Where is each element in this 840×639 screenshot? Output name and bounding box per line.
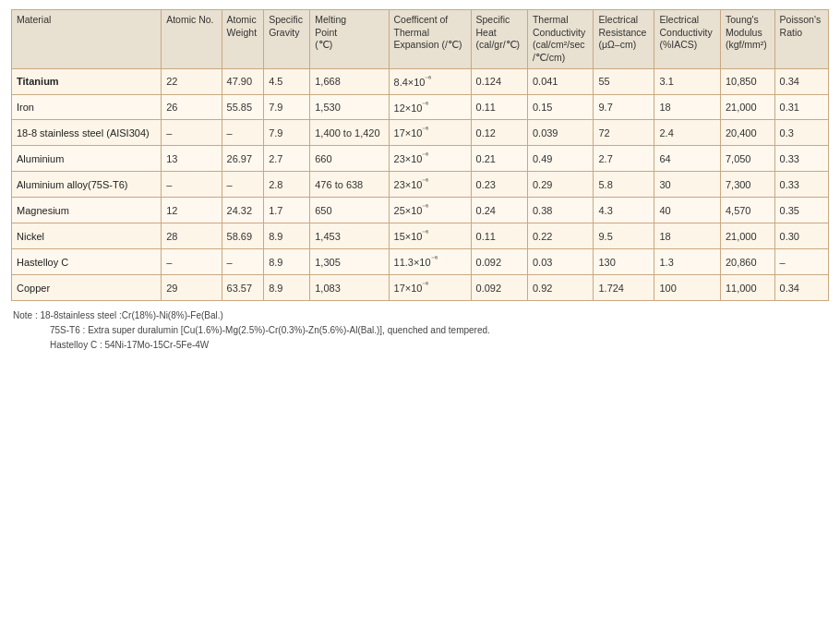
cell-material: Magnesium: [12, 198, 162, 223]
cell-material: Copper: [12, 275, 162, 301]
cell-atomic_weight: 58.69: [222, 223, 264, 249]
cell-elec_cond: 18: [654, 94, 721, 120]
cell-specific_gravity: 7.9: [264, 120, 310, 146]
cell-elec_resist: 4.3: [594, 198, 654, 223]
cell-specific_gravity: 7.9: [264, 94, 310, 120]
cell-elec_resist: 9.5: [594, 223, 654, 249]
cell-atomic_no: 13: [162, 146, 222, 172]
table-row: 18-8 stainless steel (AISI304)––7.91,400…: [12, 120, 829, 146]
cell-atomic_weight: 47.90: [222, 68, 264, 94]
cell-poissons: 0.35: [774, 198, 828, 223]
cell-youngs_mod: 7,300: [720, 172, 774, 198]
cell-elec_resist: 1.724: [594, 275, 654, 301]
col-header-material: Material: [12, 10, 162, 69]
cell-specific_heat: 0.124: [471, 68, 527, 94]
cell-specific_gravity: 1.7: [264, 198, 310, 223]
cell-thermal_cond: 0.38: [527, 198, 594, 223]
table-row: Copper2963.578.91,08317×10⁻⁶0.0920.921.7…: [12, 275, 829, 301]
cell-thermal_cond: 0.039: [527, 120, 594, 146]
cell-youngs_mod: 7,050: [720, 146, 774, 172]
cell-coeff_thermal: 23×10⁻⁶: [389, 146, 471, 172]
cell-coeff_thermal: 23×10⁻⁶: [389, 172, 471, 198]
cell-atomic_weight: 26.97: [222, 146, 264, 172]
cell-youngs_mod: 10,850: [720, 68, 774, 94]
cell-poissons: –: [774, 249, 828, 275]
cell-poissons: 0.30: [774, 223, 828, 249]
col-header-coeff-thermal: Coefficent ofThermalExpansion (/℃): [389, 10, 471, 69]
cell-poissons: 0.34: [774, 275, 828, 301]
cell-material: Aluminium alloy(75S-T6): [12, 172, 162, 198]
col-header-elec-resist: ElectricalResistance(μΩ–cm): [594, 10, 654, 69]
cell-atomic_no: 26: [162, 94, 222, 120]
notes-label: Note :: [13, 310, 40, 320]
cell-coeff_thermal: 17×10⁻⁶: [389, 275, 471, 301]
cell-thermal_cond: 0.49: [527, 146, 594, 172]
header-row: Material Atomic No. AtomicWeight Specifi…: [12, 10, 829, 69]
cell-poissons: 0.34: [774, 68, 828, 94]
cell-specific_gravity: 8.9: [264, 223, 310, 249]
cell-coeff_thermal: 11.3×10⁻⁶: [389, 249, 471, 275]
cell-specific_heat: 0.11: [471, 94, 527, 120]
cell-atomic_no: 22: [162, 68, 222, 94]
cell-elec_cond: 100: [654, 275, 721, 301]
cell-material: 18-8 stainless steel (AISI304): [12, 120, 162, 146]
cell-coeff_thermal: 25×10⁻⁶: [389, 198, 471, 223]
cell-melting_point: 650: [310, 198, 389, 223]
cell-poissons: 0.33: [774, 146, 828, 172]
cell-atomic_no: –: [162, 249, 222, 275]
cell-atomic_no: 28: [162, 223, 222, 249]
cell-atomic_weight: 55.85: [222, 94, 264, 120]
cell-melting_point: 476 to 638: [310, 172, 389, 198]
materials-table: Material Atomic No. AtomicWeight Specifi…: [11, 9, 829, 301]
cell-coeff_thermal: 15×10⁻⁶: [389, 223, 471, 249]
table-row: Titanium2247.904.51,6688.4×10⁻⁶0.1240.04…: [12, 68, 829, 94]
note-line-2: Hastelloy C : 54Ni-17Mo-15Cr-5Fe-4W: [50, 338, 827, 353]
cell-melting_point: 1,453: [310, 223, 389, 249]
cell-elec_resist: 72: [594, 120, 654, 146]
note-line-1: 75S-T6 : Extra super duralumin [Cu(1.6%)…: [50, 323, 827, 338]
cell-thermal_cond: 0.29: [527, 172, 594, 198]
cell-thermal_cond: 0.92: [527, 275, 594, 301]
table-row: Iron2655.857.91,53012×10⁻⁶0.110.159.7182…: [12, 94, 829, 120]
cell-youngs_mod: 4,570: [720, 198, 774, 223]
table-body: Titanium2247.904.51,6688.4×10⁻⁶0.1240.04…: [12, 68, 829, 301]
cell-material: Iron: [12, 94, 162, 120]
cell-material: Titanium: [12, 68, 162, 94]
cell-elec_cond: 2.4: [654, 120, 721, 146]
table-row: Aluminium alloy(75S-T6)––2.8476 to 63823…: [12, 172, 829, 198]
cell-thermal_cond: 0.15: [527, 94, 594, 120]
table-row: Aluminium1326.972.766023×10⁻⁶0.210.492.7…: [12, 146, 829, 172]
cell-melting_point: 1,400 to 1,420: [310, 120, 389, 146]
cell-coeff_thermal: 8.4×10⁻⁶: [389, 68, 471, 94]
cell-atomic_weight: –: [222, 172, 264, 198]
cell-youngs_mod: 11,000: [720, 275, 774, 301]
col-header-thermal-cond: ThermalConductivity(cal/cm²/sec/℃/cm): [527, 10, 594, 69]
cell-elec_cond: 64: [654, 146, 721, 172]
cell-poissons: 0.33: [774, 172, 828, 198]
cell-material: Hastelloy C: [12, 249, 162, 275]
cell-youngs_mod: 20,400: [720, 120, 774, 146]
cell-melting_point: 1,668: [310, 68, 389, 94]
cell-specific_gravity: 2.7: [264, 146, 310, 172]
cell-specific_heat: 0.24: [471, 198, 527, 223]
col-header-atomic-no: Atomic No.: [162, 10, 222, 69]
col-header-elec-cond: ElectricalConductivity(%IACS): [654, 10, 721, 69]
col-header-melting-point: MeltingPoint(℃): [310, 10, 389, 69]
cell-material: Aluminium: [12, 146, 162, 172]
cell-youngs_mod: 21,000: [720, 223, 774, 249]
cell-elec_resist: 5.8: [594, 172, 654, 198]
cell-elec_cond: 18: [654, 223, 721, 249]
cell-specific_heat: 0.092: [471, 275, 527, 301]
cell-elec_cond: 40: [654, 198, 721, 223]
cell-melting_point: 660: [310, 146, 389, 172]
cell-specific_gravity: 4.5: [264, 68, 310, 94]
cell-atomic_weight: –: [222, 249, 264, 275]
notes-section: Note : 18-8stainless steel :Cr(18%)-Ni(8…: [11, 308, 829, 353]
cell-specific_heat: 0.11: [471, 223, 527, 249]
cell-elec_resist: 2.7: [594, 146, 654, 172]
cell-melting_point: 1,305: [310, 249, 389, 275]
cell-specific_heat: 0.092: [471, 249, 527, 275]
table-row: Magnesium1224.321.765025×10⁻⁶0.240.384.3…: [12, 198, 829, 223]
cell-atomic_weight: –: [222, 120, 264, 146]
table-wrapper: Material Atomic No. AtomicWeight Specifi…: [0, 0, 840, 362]
